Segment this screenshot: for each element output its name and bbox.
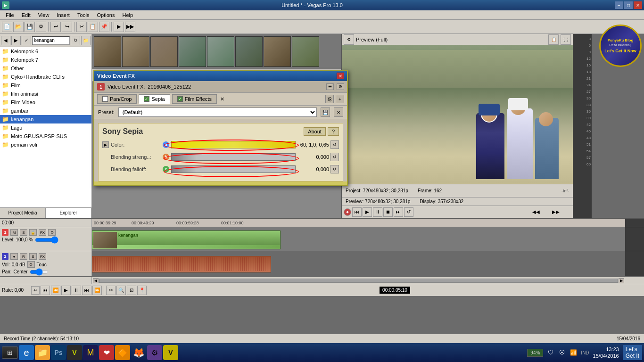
go-end[interactable]: ⏭ xyxy=(82,286,91,295)
menu-tools[interactable]: Tools xyxy=(74,11,93,19)
folder-btn[interactable]: 📁 xyxy=(81,36,91,45)
list-item-selected[interactable]: 📁kenangan xyxy=(0,115,91,123)
film-frame[interactable] xyxy=(207,36,234,67)
list-item[interactable]: 📁Kelompok 6 xyxy=(0,47,91,56)
get-it-now[interactable]: Let'sGet It xyxy=(623,345,642,360)
taskbar-vegas[interactable]: V xyxy=(67,345,82,360)
list-item[interactable]: 📁pemain voli xyxy=(0,140,91,149)
tab-project-media[interactable]: Project Media xyxy=(0,208,46,218)
preview-settings[interactable]: ⚙ xyxy=(344,34,354,45)
tab-close-btn[interactable]: ✕ xyxy=(219,95,226,103)
menu-options[interactable]: Options xyxy=(93,11,119,19)
blend-falloff-slider[interactable] xyxy=(171,165,296,173)
save-button[interactable]: 💾 xyxy=(25,22,35,32)
preview-copy[interactable]: 📋 xyxy=(548,34,559,45)
vfx-settings-btn[interactable]: ☰ xyxy=(326,83,334,90)
menu-view[interactable]: View xyxy=(34,11,53,19)
blend-strength-slider[interactable] xyxy=(171,153,296,161)
stop-button[interactable]: ⏹ xyxy=(383,207,393,217)
marker[interactable]: 📍 xyxy=(137,286,147,295)
record-button[interactable]: ● xyxy=(344,208,351,216)
vfx-close-button[interactable]: ✕ xyxy=(337,73,344,79)
vfx-tab-sepia[interactable]: ✓ Sepia xyxy=(139,94,170,104)
nav-back[interactable]: ◀ xyxy=(1,36,10,45)
pan-slider[interactable] xyxy=(30,270,49,274)
track-lock-1[interactable]: 🔒 xyxy=(29,229,37,236)
tab-explorer[interactable]: Explorer xyxy=(46,208,91,218)
taskbar-ie[interactable]: e xyxy=(19,345,34,360)
next-frame[interactable]: ⏭ xyxy=(394,207,403,217)
cut-button[interactable]: ✂ xyxy=(76,22,87,32)
file-list[interactable]: 📁Kelompok 6 📁Kelompok 7 📁Other 📁Cyko+Han… xyxy=(0,47,91,207)
edit-mode[interactable]: ✂ xyxy=(106,286,116,295)
tab-add-btn[interactable]: + xyxy=(336,95,344,103)
track-mute-2[interactable]: ● xyxy=(10,253,18,260)
track-content-1[interactable]: kenangan xyxy=(92,227,625,251)
blend-strength-reset-btn[interactable]: ↺ xyxy=(330,153,339,161)
taskbar-firefox[interactable]: 🦊 xyxy=(131,345,146,360)
prev-frame[interactable]: ⏮ xyxy=(352,207,362,217)
paste-button[interactable]: 📌 xyxy=(99,22,109,32)
copy-button[interactable]: 📋 xyxy=(88,22,98,32)
scroll-left[interactable]: ◀ xyxy=(93,278,99,283)
pause-all[interactable]: ⏸ xyxy=(72,286,81,295)
color-slider[interactable] xyxy=(171,141,296,148)
track-comp-1[interactable]: ⚙ xyxy=(48,229,56,236)
list-item[interactable]: 📁Lagu xyxy=(0,123,91,132)
vol-settings[interactable]: ⚙ xyxy=(27,261,35,268)
taskbar-photoshop[interactable]: Ps xyxy=(51,345,66,360)
nav-up[interactable]: ✓ xyxy=(22,36,31,45)
minimize-button[interactable]: − xyxy=(615,1,623,9)
pause-button[interactable]: ⏸ xyxy=(373,207,382,217)
list-item[interactable]: 📁Moto.GP.USA.PSP-SUS xyxy=(0,132,91,140)
nav-forward[interactable]: ▶ xyxy=(11,36,21,45)
menu-help[interactable]: Help xyxy=(118,11,137,19)
menu-insert[interactable]: Insert xyxy=(53,11,74,19)
snap[interactable]: ⊡ xyxy=(127,286,136,295)
timeline-scrollbar[interactable]: ◀ ▶ xyxy=(0,277,644,284)
color-reset-btn[interactable]: ↺ xyxy=(330,140,339,149)
track-solo-1[interactable]: S xyxy=(20,229,27,236)
vfx-tab-pancrop[interactable]: Pan/Crop xyxy=(97,94,137,104)
undo-button[interactable]: ↩ xyxy=(50,22,61,32)
film-frame[interactable] xyxy=(292,36,319,67)
refresh-button[interactable]: ↻ xyxy=(71,36,80,45)
film-frame[interactable] xyxy=(264,36,291,67)
render-region-button[interactable]: ▶▶ xyxy=(125,22,135,32)
rewind[interactable]: ⏪ xyxy=(51,286,60,295)
preview-full[interactable]: ⛶ xyxy=(561,34,571,45)
start-button[interactable]: ⊞ xyxy=(2,346,18,359)
preset-dropdown[interactable]: (Default) xyxy=(118,107,317,117)
speed-reverse[interactable]: ↩ xyxy=(31,286,40,295)
maximize-button[interactable]: □ xyxy=(624,1,633,9)
list-item[interactable]: 📁Film xyxy=(0,81,91,90)
track-fx-1[interactable]: FX xyxy=(39,229,46,236)
preset-save-btn[interactable]: 💾 xyxy=(321,107,330,117)
list-item[interactable]: 📁film animasi xyxy=(0,90,91,98)
track-content-2[interactable] xyxy=(92,251,625,276)
loop-button[interactable]: ↺ xyxy=(404,207,413,217)
taskbar-explorer[interactable]: 📁 xyxy=(35,345,50,360)
go-start[interactable]: ⏮ xyxy=(41,286,50,295)
render-button[interactable]: ▶ xyxy=(114,22,124,32)
scroll-right[interactable]: ▶ xyxy=(619,278,624,283)
film-frame[interactable] xyxy=(122,36,149,67)
open-button[interactable]: 📂 xyxy=(13,22,24,32)
track-solo-2[interactable]: S xyxy=(29,253,37,260)
track-level-slider[interactable] xyxy=(35,238,58,242)
taskbar-settings[interactable]: ⚙ xyxy=(147,345,162,360)
taskbar-vegas3[interactable]: V xyxy=(163,345,178,360)
help-button[interactable]: ? xyxy=(328,127,339,136)
film-frame[interactable] xyxy=(150,36,178,67)
scroll-thumb[interactable] xyxy=(99,279,618,283)
blend-falloff-reset-btn[interactable]: ↺ xyxy=(330,165,339,173)
list-item-other[interactable]: 📁Other xyxy=(0,64,91,73)
track-mute-1[interactable]: M xyxy=(10,229,18,236)
play-all[interactable]: ▶ xyxy=(61,286,71,295)
color-expand-btn[interactable]: ▶ xyxy=(102,141,109,148)
redo-button[interactable]: ↪ xyxy=(62,22,72,32)
zoom-in[interactable]: 🔍 xyxy=(116,286,126,295)
chain-btn[interactable]: ⛓ xyxy=(325,95,334,103)
video-clip[interactable]: kenangan xyxy=(92,230,281,249)
film-frame[interactable] xyxy=(94,36,121,67)
